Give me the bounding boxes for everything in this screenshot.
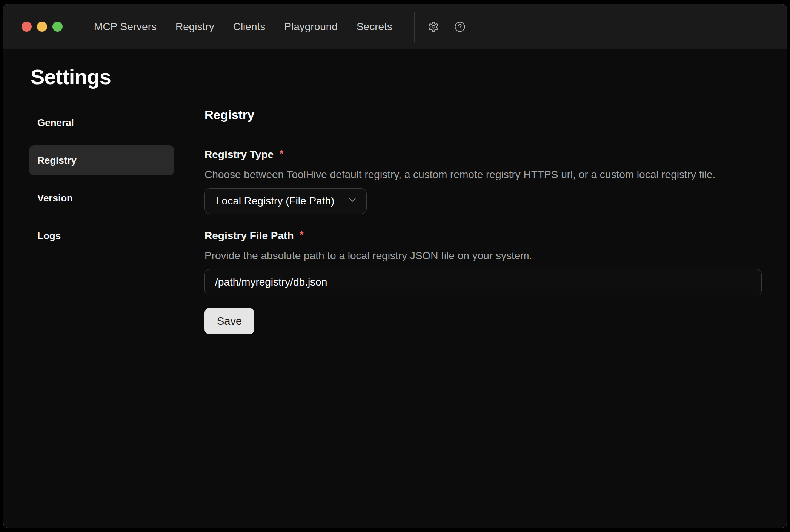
help-button[interactable] <box>454 21 466 32</box>
settings-gear-button[interactable] <box>428 21 439 32</box>
sidebar-item-label: General <box>37 117 74 129</box>
gear-icon <box>428 21 439 32</box>
settings-sidebar: General Registry Version Logs <box>29 108 174 334</box>
titlebar-icons <box>428 21 466 32</box>
help-icon <box>454 21 466 32</box>
sidebar-item-registry[interactable]: Registry <box>29 145 174 175</box>
registry-type-description: Choose between ToolHive default registry… <box>204 169 763 180</box>
required-marker: * <box>280 148 283 159</box>
section-heading: Registry <box>204 108 763 123</box>
registry-type-label-text: Registry Type <box>204 149 274 160</box>
sidebar-item-label: Registry <box>37 155 77 166</box>
minimize-window-button[interactable] <box>37 22 47 32</box>
titlebar-divider <box>414 12 415 42</box>
nav-item-secrets[interactable]: Secrets <box>357 4 392 49</box>
registry-file-path-input[interactable] <box>204 269 762 295</box>
registry-settings-panel: Registry Registry Type* Choose between T… <box>204 108 763 334</box>
save-button[interactable]: Save <box>204 308 254 334</box>
nav-item-registry[interactable]: Registry <box>175 4 214 49</box>
registry-type-label: Registry Type* <box>204 149 763 160</box>
sidebar-item-logs[interactable]: Logs <box>29 221 174 251</box>
nav-item-clients[interactable]: Clients <box>233 4 266 49</box>
titlebar: MCP Servers Registry Clients Playground … <box>3 4 787 49</box>
registry-file-path-label-text: Registry File Path <box>204 230 294 241</box>
page-title: Settings <box>31 65 787 89</box>
traffic-lights <box>22 22 63 32</box>
sidebar-item-version[interactable]: Version <box>29 183 174 213</box>
registry-type-selected-option: Local Registry (File Path) <box>216 195 334 207</box>
sidebar-item-label: Version <box>37 192 73 204</box>
app-window: MCP Servers Registry Clients Playground … <box>3 4 787 528</box>
sidebar-item-general[interactable]: General <box>29 108 174 138</box>
zoom-window-button[interactable] <box>52 22 63 32</box>
nav-item-mcp-servers[interactable]: MCP Servers <box>94 4 157 49</box>
nav-item-playground[interactable]: Playground <box>284 4 338 49</box>
registry-file-path-label: Registry File Path* <box>204 230 763 241</box>
top-nav: MCP Servers Registry Clients Playground … <box>94 4 392 49</box>
registry-file-path-description: Provide the absolute path to a local reg… <box>204 250 763 261</box>
close-window-button[interactable] <box>22 22 32 32</box>
settings-layout: General Registry Version Logs Registry R… <box>3 108 787 334</box>
sidebar-item-label: Logs <box>37 230 61 242</box>
registry-type-select[interactable]: Local Registry (File Path) <box>204 188 367 214</box>
chevron-down-icon <box>347 194 358 208</box>
required-marker: * <box>300 229 304 240</box>
